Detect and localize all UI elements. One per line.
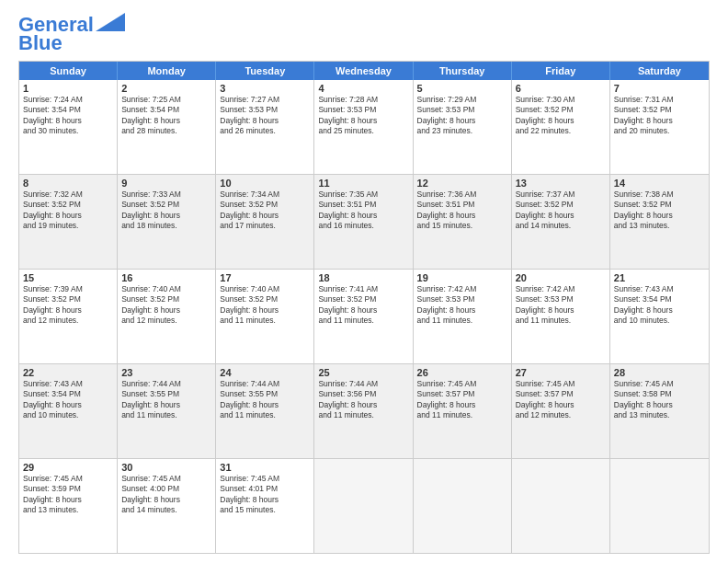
day-cell-21: 21Sunrise: 7:43 AM Sunset: 3:54 PM Dayli… bbox=[610, 270, 709, 363]
logo-icon bbox=[96, 13, 125, 31]
day-number: 3 bbox=[220, 83, 310, 94]
header-day-thursday: Thursday bbox=[414, 62, 512, 80]
calendar-row-1: 1Sunrise: 7:24 AM Sunset: 3:54 PM Daylig… bbox=[19, 80, 709, 174]
header-day-monday: Monday bbox=[118, 62, 216, 80]
calendar-body: 1Sunrise: 7:24 AM Sunset: 3:54 PM Daylig… bbox=[19, 80, 709, 553]
day-number: 1 bbox=[23, 83, 113, 94]
day-cell-27: 27Sunrise: 7:45 AM Sunset: 3:57 PM Dayli… bbox=[512, 364, 610, 458]
svg-marker-0 bbox=[96, 13, 125, 31]
empty-cell bbox=[314, 459, 413, 553]
day-cell-28: 28Sunrise: 7:45 AM Sunset: 3:58 PM Dayli… bbox=[610, 364, 709, 458]
day-number: 20 bbox=[516, 272, 606, 283]
day-cell-29: 29Sunrise: 7:45 AM Sunset: 3:59 PM Dayli… bbox=[19, 459, 118, 553]
day-cell-22: 22Sunrise: 7:43 AM Sunset: 3:54 PM Dayli… bbox=[19, 364, 118, 458]
day-info: Sunrise: 7:45 AM Sunset: 4:01 PM Dayligh… bbox=[220, 474, 310, 516]
day-cell-30: 30Sunrise: 7:45 AM Sunset: 4:00 PM Dayli… bbox=[118, 459, 216, 553]
day-info: Sunrise: 7:33 AM Sunset: 3:52 PM Dayligh… bbox=[121, 190, 211, 232]
header: General Blue bbox=[18, 15, 710, 53]
day-info: Sunrise: 7:39 AM Sunset: 3:52 PM Dayligh… bbox=[23, 284, 113, 327]
day-info: Sunrise: 7:36 AM Sunset: 3:51 PM Dayligh… bbox=[417, 190, 507, 232]
day-cell-14: 14Sunrise: 7:38 AM Sunset: 3:52 PM Dayli… bbox=[610, 175, 709, 269]
day-number: 23 bbox=[121, 367, 211, 378]
day-info: Sunrise: 7:44 AM Sunset: 3:55 PM Dayligh… bbox=[220, 379, 310, 421]
day-number: 17 bbox=[220, 272, 310, 283]
day-info: Sunrise: 7:29 AM Sunset: 3:53 PM Dayligh… bbox=[417, 95, 507, 137]
calendar: SundayMondayTuesdayWednesdayThursdayFrid… bbox=[18, 61, 710, 554]
day-number: 9 bbox=[121, 178, 211, 189]
day-info: Sunrise: 7:42 AM Sunset: 3:53 PM Dayligh… bbox=[417, 284, 507, 327]
day-cell-10: 10Sunrise: 7:34 AM Sunset: 3:52 PM Dayli… bbox=[216, 175, 314, 269]
day-info: Sunrise: 7:44 AM Sunset: 3:55 PM Dayligh… bbox=[121, 379, 211, 421]
day-cell-15: 15Sunrise: 7:39 AM Sunset: 3:52 PM Dayli… bbox=[19, 270, 118, 363]
header-day-tuesday: Tuesday bbox=[216, 62, 314, 80]
day-cell-25: 25Sunrise: 7:44 AM Sunset: 3:56 PM Dayli… bbox=[314, 364, 413, 458]
empty-cell bbox=[610, 459, 709, 553]
calendar-row-5: 29Sunrise: 7:45 AM Sunset: 3:59 PM Dayli… bbox=[19, 458, 709, 553]
day-cell-12: 12Sunrise: 7:36 AM Sunset: 3:51 PM Dayli… bbox=[414, 175, 512, 269]
day-number: 5 bbox=[417, 83, 507, 94]
day-cell-11: 11Sunrise: 7:35 AM Sunset: 3:51 PM Dayli… bbox=[314, 175, 413, 269]
day-info: Sunrise: 7:45 AM Sunset: 3:59 PM Dayligh… bbox=[23, 474, 113, 516]
day-cell-5: 5Sunrise: 7:29 AM Sunset: 3:53 PM Daylig… bbox=[414, 80, 512, 174]
day-info: Sunrise: 7:28 AM Sunset: 3:53 PM Dayligh… bbox=[318, 95, 408, 137]
day-number: 11 bbox=[318, 178, 408, 189]
empty-cell bbox=[414, 459, 512, 553]
day-number: 4 bbox=[318, 83, 408, 94]
day-info: Sunrise: 7:45 AM Sunset: 3:57 PM Dayligh… bbox=[516, 379, 606, 421]
day-cell-9: 9Sunrise: 7:33 AM Sunset: 3:52 PM Daylig… bbox=[118, 175, 216, 269]
day-info: Sunrise: 7:35 AM Sunset: 3:51 PM Dayligh… bbox=[318, 190, 408, 232]
calendar-row-2: 8Sunrise: 7:32 AM Sunset: 3:52 PM Daylig… bbox=[19, 174, 709, 269]
day-number: 26 bbox=[417, 367, 507, 378]
day-info: Sunrise: 7:41 AM Sunset: 3:52 PM Dayligh… bbox=[318, 284, 408, 327]
header-day-friday: Friday bbox=[512, 62, 610, 80]
day-cell-23: 23Sunrise: 7:44 AM Sunset: 3:55 PM Dayli… bbox=[118, 364, 216, 458]
day-cell-18: 18Sunrise: 7:41 AM Sunset: 3:52 PM Dayli… bbox=[314, 270, 413, 363]
day-info: Sunrise: 7:40 AM Sunset: 3:52 PM Dayligh… bbox=[220, 284, 310, 327]
day-number: 18 bbox=[318, 272, 408, 283]
day-number: 28 bbox=[614, 367, 705, 378]
day-number: 8 bbox=[23, 178, 113, 189]
day-info: Sunrise: 7:38 AM Sunset: 3:52 PM Dayligh… bbox=[614, 190, 705, 232]
day-cell-3: 3Sunrise: 7:27 AM Sunset: 3:53 PM Daylig… bbox=[216, 80, 314, 174]
day-number: 31 bbox=[220, 462, 310, 473]
day-number: 22 bbox=[23, 367, 113, 378]
day-number: 6 bbox=[516, 83, 606, 94]
day-number: 24 bbox=[220, 367, 310, 378]
day-number: 10 bbox=[220, 178, 310, 189]
header-day-sunday: Sunday bbox=[19, 62, 118, 80]
day-number: 30 bbox=[121, 462, 211, 473]
day-cell-16: 16Sunrise: 7:40 AM Sunset: 3:52 PM Dayli… bbox=[118, 270, 216, 363]
day-cell-4: 4Sunrise: 7:28 AM Sunset: 3:53 PM Daylig… bbox=[314, 80, 413, 174]
day-info: Sunrise: 7:31 AM Sunset: 3:52 PM Dayligh… bbox=[614, 95, 705, 137]
calendar-header: SundayMondayTuesdayWednesdayThursdayFrid… bbox=[19, 62, 709, 80]
day-cell-20: 20Sunrise: 7:42 AM Sunset: 3:53 PM Dayli… bbox=[512, 270, 610, 363]
day-cell-7: 7Sunrise: 7:31 AM Sunset: 3:52 PM Daylig… bbox=[610, 80, 709, 174]
day-number: 16 bbox=[121, 272, 211, 283]
day-number: 29 bbox=[23, 462, 113, 473]
calendar-row-4: 22Sunrise: 7:43 AM Sunset: 3:54 PM Dayli… bbox=[19, 363, 709, 458]
day-cell-6: 6Sunrise: 7:30 AM Sunset: 3:52 PM Daylig… bbox=[512, 80, 610, 174]
day-number: 25 bbox=[318, 367, 408, 378]
day-number: 2 bbox=[121, 83, 211, 94]
logo: General Blue bbox=[18, 15, 125, 53]
day-number: 13 bbox=[516, 178, 606, 189]
day-number: 19 bbox=[417, 272, 507, 283]
day-cell-1: 1Sunrise: 7:24 AM Sunset: 3:54 PM Daylig… bbox=[19, 80, 118, 174]
day-info: Sunrise: 7:40 AM Sunset: 3:52 PM Dayligh… bbox=[121, 284, 211, 327]
logo-blue-text: Blue bbox=[18, 33, 63, 53]
day-cell-31: 31Sunrise: 7:45 AM Sunset: 4:01 PM Dayli… bbox=[216, 459, 314, 553]
day-info: Sunrise: 7:43 AM Sunset: 3:54 PM Dayligh… bbox=[23, 379, 113, 421]
day-info: Sunrise: 7:44 AM Sunset: 3:56 PM Dayligh… bbox=[318, 379, 408, 421]
day-info: Sunrise: 7:45 AM Sunset: 3:58 PM Dayligh… bbox=[614, 379, 705, 421]
day-info: Sunrise: 7:27 AM Sunset: 3:53 PM Dayligh… bbox=[220, 95, 310, 137]
day-info: Sunrise: 7:45 AM Sunset: 4:00 PM Dayligh… bbox=[121, 474, 211, 516]
page: General Blue SundayMondayTuesdayWednesda… bbox=[0, 0, 728, 563]
day-cell-26: 26Sunrise: 7:45 AM Sunset: 3:57 PM Dayli… bbox=[414, 364, 512, 458]
day-info: Sunrise: 7:24 AM Sunset: 3:54 PM Dayligh… bbox=[23, 95, 113, 137]
day-cell-2: 2Sunrise: 7:25 AM Sunset: 3:54 PM Daylig… bbox=[118, 80, 216, 174]
day-info: Sunrise: 7:37 AM Sunset: 3:52 PM Dayligh… bbox=[516, 190, 606, 232]
day-cell-8: 8Sunrise: 7:32 AM Sunset: 3:52 PM Daylig… bbox=[19, 175, 118, 269]
day-cell-13: 13Sunrise: 7:37 AM Sunset: 3:52 PM Dayli… bbox=[512, 175, 610, 269]
header-day-wednesday: Wednesday bbox=[314, 62, 413, 80]
day-number: 27 bbox=[516, 367, 606, 378]
